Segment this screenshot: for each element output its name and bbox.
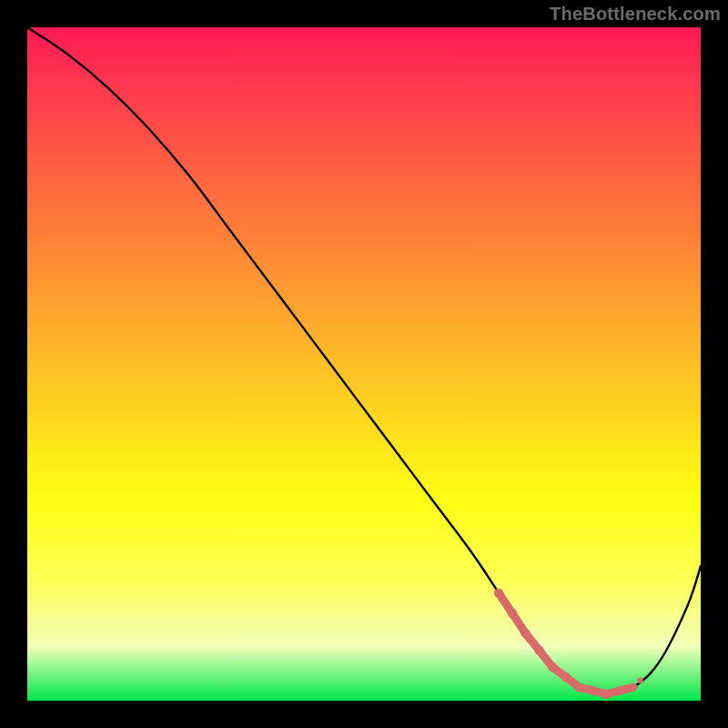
watermark-text: TheBottleneck.com <box>550 4 721 25</box>
accent-dot <box>631 684 636 690</box>
chart-stage: TheBottleneck.com <box>0 0 728 728</box>
accent-dot <box>534 645 543 654</box>
curve-layer <box>27 27 701 701</box>
accent-dot <box>575 682 584 692</box>
accent-dot <box>508 609 517 618</box>
accent-dot <box>615 686 624 695</box>
accent-dot <box>521 629 530 638</box>
accent-dot <box>588 686 597 695</box>
accent-dot <box>561 672 571 682</box>
accent-dot <box>637 678 642 683</box>
accent-dot <box>602 689 611 698</box>
bottleneck-curve-path <box>27 27 701 694</box>
plot-area <box>27 27 701 701</box>
accent-dot <box>548 662 557 672</box>
accent-dot <box>494 588 503 597</box>
